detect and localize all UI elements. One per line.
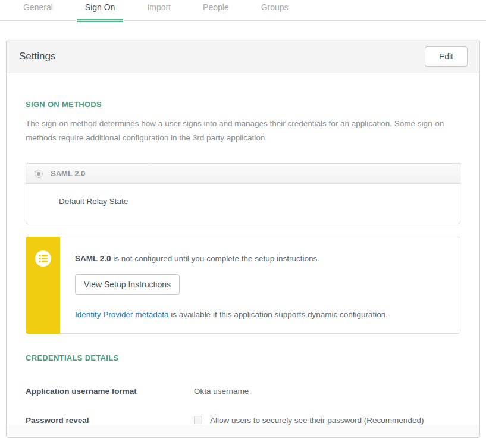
saml-method-header: SAML 2.0 [26,164,460,184]
app-sign-on-page: General Sign On Import People Groups Set… [0,0,486,448]
default-relay-state-label: Default Relay State [59,197,128,206]
saml-method-box: SAML 2.0 Default Relay State [26,163,460,224]
idp-metadata-line-rest: is available if this application support… [169,310,388,319]
tab-groups-label: Groups [261,2,289,12]
idp-metadata-line: Identity Provider metadata is available … [75,310,448,319]
saml-method-name: SAML 2.0 [51,169,85,178]
password-reveal-checkbox[interactable] [194,416,202,424]
callout-message-rest: is not configured until you complete the… [111,254,319,263]
application-username-format-label: Application username format [26,387,194,396]
settings-panel: Settings Edit SIGN ON METHODS The sign-o… [6,40,480,438]
page-title: Settings [19,51,55,62]
callout-message: SAML 2.0 is not configured until you com… [75,254,448,263]
sign-on-methods-heading: SIGN ON METHODS [26,100,460,109]
callout-message-bold: SAML 2.0 [75,254,111,263]
saml-radio-dot [37,172,40,176]
saml-setup-callout: SAML 2.0 is not configured until you com… [26,237,460,334]
saml-method-body: Default Relay State [26,184,460,224]
view-setup-instructions-button[interactable]: View Setup Instructions [75,274,180,295]
settings-panel-header: Settings Edit [7,40,479,73]
sign-on-methods-description: The sign-on method determines how a user… [26,117,460,145]
tab-sign-on-label: Sign On [85,2,115,12]
password-reveal-row: Password reveal Allow users to securely … [26,416,460,425]
setup-instructions-list-icon [35,250,51,267]
password-reveal-control: Allow users to securely see their passwo… [194,416,424,425]
password-reveal-label: Password reveal [26,416,194,425]
tab-people-label: People [203,2,229,12]
tab-general[interactable]: General [15,0,61,20]
tab-groups[interactable]: Groups [253,0,297,20]
settings-panel-body: SIGN ON METHODS The sign-on method deter… [7,73,479,425]
application-username-format-value: Okta username [194,387,249,396]
credentials-details-heading: CREDENTIALS DETAILS [26,353,460,362]
callout-stripe [26,237,60,334]
tab-sign-on[interactable]: Sign On [77,0,124,20]
tab-bar-divider [0,20,486,21]
tab-import-label: Import [147,2,171,12]
tab-general-label: General [23,2,53,12]
saml-radio-button[interactable] [35,170,43,178]
tab-bar: General Sign On Import People Groups [0,0,486,21]
application-username-format-row: Application username format Okta usernam… [26,387,460,396]
password-reveal-checkbox-label: Allow users to securely see their passwo… [210,416,424,425]
tab-people[interactable]: People [195,0,237,20]
tab-import[interactable]: Import [139,0,179,20]
settings-panel-footer [7,425,479,437]
identity-provider-metadata-link[interactable]: Identity Provider metadata [75,310,169,319]
edit-button[interactable]: Edit [425,46,468,67]
callout-content: SAML 2.0 is not configured until you com… [60,237,460,334]
